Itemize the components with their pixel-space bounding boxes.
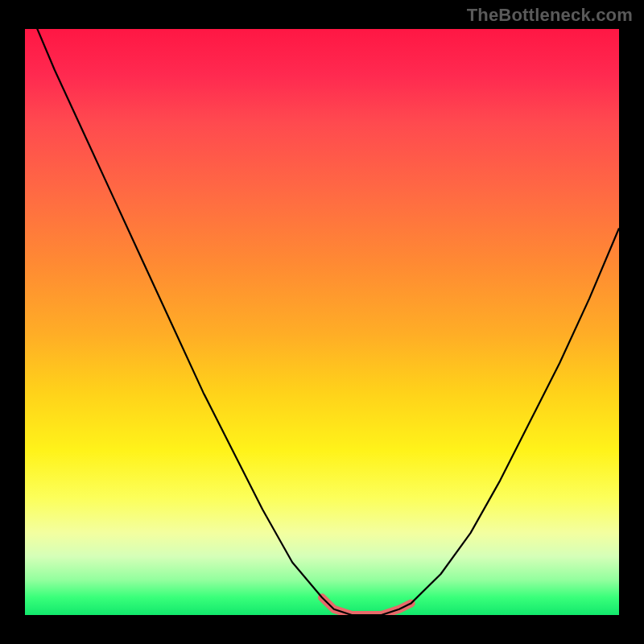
optimal-zone-highlight: [322, 597, 411, 615]
curve-layer: [25, 29, 619, 615]
chart-frame: TheBottleneck.com: [0, 0, 644, 644]
plot-area: [25, 29, 619, 615]
watermark-text: TheBottleneck.com: [467, 5, 633, 26]
bottleneck-curve-path: [25, 29, 619, 615]
